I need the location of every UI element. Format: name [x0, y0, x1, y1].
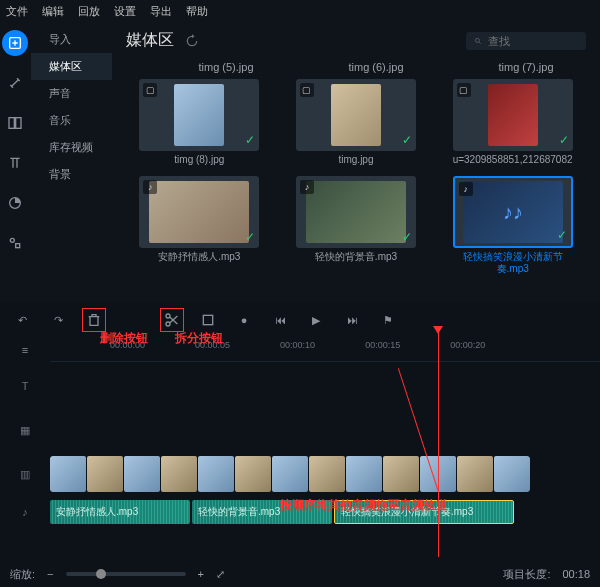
- svg-rect-9: [203, 315, 212, 324]
- sidebar-stock[interactable]: 库存视频: [31, 134, 112, 161]
- media-caption: u=3209858851,2126870829&fm=26&gp=0.j: [453, 154, 573, 166]
- check-icon: ✓: [557, 228, 567, 242]
- track-settings-button[interactable]: ≡: [13, 338, 37, 362]
- image-icon: ▢: [300, 83, 314, 97]
- split-tool[interactable]: [2, 110, 28, 136]
- duration-label: 项目长度:: [503, 567, 550, 582]
- media-card[interactable]: ▢✓timg.jpg: [283, 79, 430, 166]
- sidebar: 导入 媒体区 声音 音乐 库存视频 背景: [31, 22, 112, 302]
- transition-tool[interactable]: [2, 190, 28, 216]
- refresh-icon[interactable]: [184, 33, 200, 49]
- sidebar-music[interactable]: 音乐: [31, 107, 112, 134]
- check-icon: ✓: [402, 133, 412, 147]
- svg-rect-2: [16, 118, 21, 129]
- crop-button[interactable]: [196, 308, 220, 332]
- video-clip[interactable]: [50, 456, 530, 492]
- sidebar-import[interactable]: 导入: [31, 26, 112, 53]
- media-card[interactable]: ▢✓timg (8).jpg: [126, 79, 273, 166]
- audio-icon: ♪: [459, 182, 473, 196]
- elements-tool[interactable]: [2, 230, 28, 256]
- media-card[interactable]: ♪✓轻快的背景音.mp3: [283, 176, 430, 275]
- menubar: 文件 编辑 回放 设置 导出 帮助: [0, 0, 600, 22]
- zoom-label: 缩放:: [10, 567, 35, 582]
- delete-button[interactable]: [82, 308, 106, 332]
- skip-end-button[interactable]: ⏭: [340, 308, 364, 332]
- media-grid: ▢✓timg (8).jpg▢✓timg.jpg▢✓u=3209858851,2…: [126, 79, 586, 275]
- media-panel: 媒体区 timg (5).jpg timg (6).jpg timg (7).j…: [112, 22, 600, 302]
- record-button[interactable]: ●: [232, 308, 256, 332]
- media-caption: 安静抒情感人.mp3: [139, 251, 259, 263]
- check-icon: ✓: [559, 133, 569, 147]
- video-track[interactable]: [50, 454, 600, 494]
- svg-point-7: [166, 322, 170, 326]
- menu-settings[interactable]: 设置: [114, 4, 136, 19]
- redo-button[interactable]: ↷: [46, 308, 70, 332]
- media-card[interactable]: ♪✓安静抒情感人.mp3: [126, 176, 273, 275]
- menu-undo[interactable]: 回放: [78, 4, 100, 19]
- image-icon: ▢: [457, 83, 471, 97]
- svg-rect-1: [9, 118, 14, 129]
- delete-annotation: 删除按钮: [100, 330, 148, 347]
- svg-point-8: [166, 314, 170, 318]
- zoom-in-button[interactable]: +: [198, 568, 204, 580]
- search-icon: [474, 35, 482, 47]
- sidebar-media[interactable]: 媒体区: [31, 53, 112, 80]
- check-icon: ✓: [245, 133, 255, 147]
- file-label: timg (6).jpg: [316, 61, 436, 73]
- media-caption: timg.jpg: [296, 154, 416, 166]
- media-card[interactable]: ♪♪♪✓轻快搞笑浪漫小清新节奏.mp3: [439, 176, 586, 275]
- playhead[interactable]: [438, 332, 439, 557]
- search-input[interactable]: [488, 35, 578, 47]
- timeline-panel: ↶ ↷ ● ⏮ ▶ ⏭ ⚑ 删除按钮 拆分按钮 ≡ 00:00:00 00:00…: [0, 302, 600, 587]
- menu-export[interactable]: 导出: [150, 4, 172, 19]
- menu-file[interactable]: 文件: [6, 4, 28, 19]
- marker-button[interactable]: ⚑: [376, 308, 400, 332]
- text-tool[interactable]: [2, 150, 28, 176]
- effects-tool[interactable]: [2, 70, 28, 96]
- play-button[interactable]: ▶: [304, 308, 328, 332]
- zoom-slider[interactable]: [66, 572, 186, 576]
- audio-icon: ♪: [300, 180, 314, 194]
- svg-point-6: [475, 38, 479, 42]
- audio-icon: ♪: [143, 180, 157, 194]
- overlay-track-head[interactable]: ▦: [0, 424, 50, 437]
- duration-value: 00:18: [562, 568, 590, 580]
- status-bar: 缩放: − + ⤢ 项目长度: 00:18: [0, 561, 600, 587]
- media-caption: 轻快搞笑浪漫小清新节奏.mp3: [453, 251, 573, 275]
- audio-track-head[interactable]: ♪: [0, 506, 50, 518]
- undo-button[interactable]: ↶: [10, 308, 34, 332]
- zoom-fit-button[interactable]: ⤢: [216, 568, 225, 581]
- panel-title: 媒体区: [126, 30, 174, 51]
- media-caption: 轻快的背景音.mp3: [296, 251, 416, 263]
- text-track-head[interactable]: T: [0, 380, 50, 392]
- timeline-toolbar: ↶ ↷ ● ⏮ ▶ ⏭ ⚑ 删除按钮 拆分按钮: [0, 302, 600, 338]
- sidebar-bg[interactable]: 背景: [31, 161, 112, 188]
- check-icon: ✓: [402, 230, 412, 244]
- video-track-head[interactable]: ▥: [0, 468, 50, 481]
- menu-help[interactable]: 帮助: [186, 4, 208, 19]
- split-annotation: 拆分按钮: [175, 330, 223, 347]
- zoom-out-button[interactable]: −: [47, 568, 53, 580]
- file-label: timg (7).jpg: [466, 61, 586, 73]
- image-icon: ▢: [143, 83, 157, 97]
- skip-start-button[interactable]: ⏮: [268, 308, 292, 332]
- audio-clip[interactable]: 安静抒情感人.mp3: [50, 500, 190, 524]
- tool-column: [0, 22, 31, 302]
- media-tool[interactable]: [2, 30, 28, 56]
- svg-point-4: [11, 238, 15, 242]
- sidebar-sound[interactable]: 声音: [31, 80, 112, 107]
- check-icon: ✓: [245, 230, 255, 244]
- drag-annotation: 按顺序将其他音频拖至音频轨道: [280, 497, 448, 514]
- media-caption: timg (8).jpg: [139, 154, 259, 166]
- file-label: timg (5).jpg: [166, 61, 286, 73]
- svg-rect-5: [16, 244, 20, 248]
- media-card[interactable]: ▢✓u=3209858851,2126870829&fm=26&gp=0.j: [439, 79, 586, 166]
- menu-edit[interactable]: 编辑: [42, 4, 64, 19]
- filename-row: timg (5).jpg timg (6).jpg timg (7).jpg: [166, 61, 586, 73]
- search-box[interactable]: [466, 32, 586, 50]
- split-button[interactable]: [160, 308, 184, 332]
